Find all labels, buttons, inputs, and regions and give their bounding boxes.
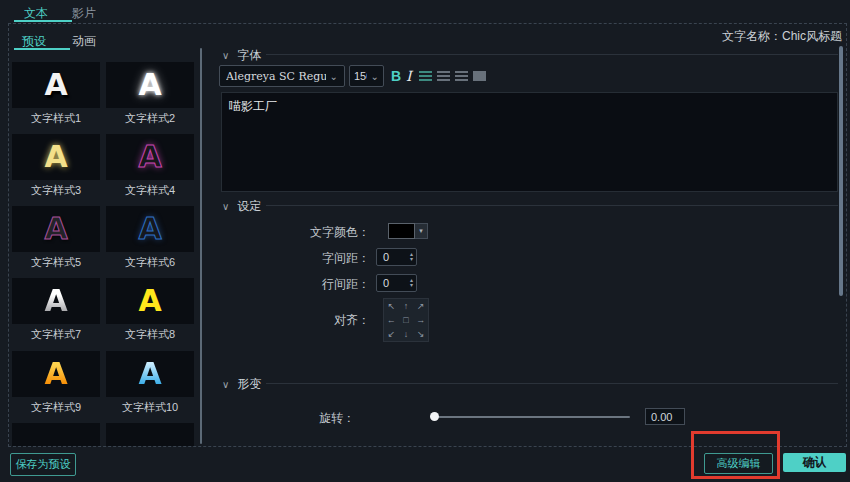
align-label: 对齐： [230, 312, 370, 329]
align-right-icon[interactable] [455, 71, 468, 81]
align-top-right-button[interactable]: ↗ [413, 299, 428, 313]
preset-tile-7[interactable]: A [12, 278, 100, 324]
text-edit-panel: 文本 影片 预设 动画 文字名称：Chic风标题 A 文字样式1 A 文字样式2… [0, 0, 850, 482]
preset-label: 文字样式3 [12, 183, 100, 198]
rotate-value-input[interactable]: 0.00 [645, 408, 685, 425]
preset-letter: A [138, 142, 161, 172]
rotate-label: 旋转： [215, 410, 355, 427]
preset-tile-11[interactable]: A [12, 423, 100, 446]
tab-text-underline [14, 20, 72, 22]
spinner-down-icon[interactable]: ▾ [410, 257, 413, 262]
tab-animation[interactable]: 动画 [72, 33, 96, 50]
line-spacing-value: 0 [383, 277, 410, 289]
preset-scrollbar[interactable] [200, 48, 202, 444]
align-left-icon[interactable] [419, 71, 432, 81]
font-family-value: Alegreya SC Regular [226, 70, 326, 83]
letter-spacing-value: 0 [383, 251, 410, 263]
align-position-grid: ↖ ↑ ↗ ← □ → ↙ ↓ ↘ [383, 298, 429, 342]
font-size-select[interactable]: 150 ⌄ [349, 65, 384, 87]
section-divider [266, 383, 838, 384]
preset-tile-9[interactable]: A [12, 351, 100, 397]
preset-label: 文字样式7 [12, 327, 100, 342]
preset-label: 文字样式2 [106, 111, 194, 126]
preset-tile-3[interactable]: A [12, 134, 100, 180]
font-family-select[interactable]: Alegreya SC Regular ⌄ [219, 65, 345, 87]
preset-letter: A [44, 359, 67, 389]
tab-preset-underline [14, 48, 70, 50]
settings-section-header[interactable]: ∨设定 [222, 198, 261, 215]
preset-label: 文字样式1 [12, 111, 100, 126]
preset-tile-8[interactable]: A [106, 278, 194, 324]
preset-tile-6[interactable]: A [106, 206, 194, 252]
chevron-down-icon: ∨ [222, 50, 229, 61]
text-content-input[interactable]: 喵影工厂 [221, 92, 838, 192]
preset-tile-1[interactable]: A [12, 62, 100, 108]
italic-button[interactable]: I [406, 68, 412, 84]
preset-tile-2[interactable]: A [106, 62, 194, 108]
letter-spacing-stepper[interactable]: 0 ▴▾ [376, 248, 417, 266]
preset-label: 文字样式9 [12, 400, 100, 415]
preset-label: 文字样式6 [106, 255, 194, 270]
preset-letter: A [44, 286, 67, 316]
align-right-button[interactable]: → [413, 313, 428, 327]
line-spacing-stepper[interactable]: 0 ▴▾ [376, 274, 417, 292]
chevron-down-icon: ∨ [222, 201, 229, 212]
align-bottom-left-button[interactable]: ↙ [384, 327, 399, 341]
text-name-label: 文字名称：Chic风标题 [722, 28, 842, 45]
rotate-slider-handle[interactable] [430, 412, 439, 421]
preset-label: 文字样式10 [106, 400, 194, 415]
text-color-label: 文字颜色： [230, 224, 370, 241]
section-divider [266, 54, 838, 55]
color-dropdown-arrow-icon[interactable]: ▾ [415, 223, 428, 239]
font-section-title: 字体 [237, 48, 261, 62]
align-top-button[interactable]: ↑ [399, 299, 414, 313]
color-swatch[interactable] [388, 223, 415, 239]
rotate-slider-track[interactable] [432, 416, 630, 418]
preset-label: 文字样式5 [12, 255, 100, 270]
preset-letter: A [44, 142, 67, 172]
preset-label: 文字样式4 [106, 183, 194, 198]
chevron-down-icon: ⌄ [330, 71, 338, 82]
align-bottom-button[interactable]: ↓ [399, 327, 414, 341]
align-center-icon[interactable] [437, 71, 450, 81]
letter-spacing-label: 字间距： [230, 250, 370, 267]
font-section-header[interactable]: ∨字体 [222, 47, 261, 64]
align-bottom-right-button[interactable]: ↘ [413, 327, 428, 341]
preset-letter: A [44, 214, 67, 244]
preset-label: 文字样式8 [106, 327, 194, 342]
font-size-value: 150 [354, 70, 367, 82]
main-scrollbar[interactable] [839, 46, 843, 296]
text-color-picker[interactable]: ▾ [388, 223, 428, 239]
preset-tile-4[interactable]: A [106, 134, 194, 180]
tab-film[interactable]: 影片 [72, 5, 96, 22]
section-divider [266, 205, 838, 206]
align-left-button[interactable]: ← [384, 313, 399, 327]
preset-letter: A [138, 214, 161, 244]
transform-section-header[interactable]: ∨形变 [222, 376, 261, 393]
preset-tile-5[interactable]: A [12, 206, 100, 252]
save-preset-button[interactable]: 保存为预设 [10, 453, 76, 476]
align-center-button[interactable]: □ [399, 313, 414, 327]
preset-tile-12[interactable]: A [106, 423, 194, 446]
align-top-left-button[interactable]: ↖ [384, 299, 399, 313]
chevron-down-icon: ∨ [222, 379, 229, 390]
preset-letter: A [138, 70, 161, 100]
align-justify-icon[interactable] [473, 71, 486, 81]
preset-grid: A 文字样式1 A 文字样式2 A 文字样式3 A 文字样式4 A 文字样式5 … [10, 58, 202, 446]
advanced-edit-button[interactable]: 高级编辑 [704, 453, 773, 474]
preset-letter: A [138, 286, 161, 316]
preset-letter: A [138, 359, 161, 389]
preset-letter: A [44, 70, 67, 100]
confirm-button[interactable]: 确认 [783, 453, 846, 472]
transform-section-title: 形变 [237, 377, 261, 391]
settings-section-title: 设定 [237, 199, 261, 213]
line-spacing-label: 行间距： [230, 276, 370, 293]
spinner-down-icon[interactable]: ▾ [410, 283, 413, 288]
chevron-down-icon: ⌄ [371, 71, 379, 82]
bold-button[interactable]: B [391, 68, 401, 84]
preset-tile-10[interactable]: A [106, 351, 194, 397]
